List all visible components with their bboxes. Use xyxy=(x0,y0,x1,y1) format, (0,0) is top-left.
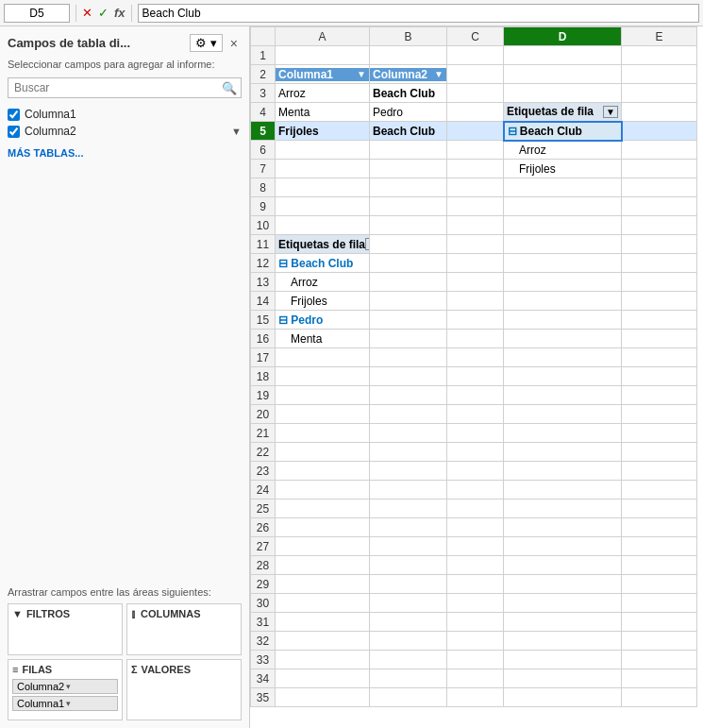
group-expand-icon-12[interactable]: ⊟ xyxy=(278,257,288,270)
cell-A7[interactable] xyxy=(276,160,370,178)
more-tables-link[interactable]: MÁS TABLAS... xyxy=(8,147,242,159)
cell-B13[interactable] xyxy=(370,273,447,292)
row-header-29[interactable]: 29 xyxy=(251,575,276,594)
row-header-4[interactable]: 4 xyxy=(251,103,276,122)
close-panel-button[interactable]: × xyxy=(226,36,242,51)
tbl-header-columna1[interactable]: Columna1 ▼ xyxy=(276,68,369,81)
cell-B14[interactable] xyxy=(370,292,447,311)
cell-D15[interactable] xyxy=(504,311,622,330)
row-header-14[interactable]: 14 xyxy=(251,292,276,311)
row-header-23[interactable]: 23 xyxy=(251,462,276,481)
cell-B5[interactable]: Beach Club xyxy=(370,122,447,141)
cell-E3[interactable] xyxy=(622,84,697,103)
cell-C8[interactable] xyxy=(447,178,504,197)
confirm-icon[interactable]: ✓ xyxy=(98,6,109,20)
cell-A5[interactable]: Frijoles xyxy=(276,122,370,141)
cell-B16[interactable] xyxy=(370,330,447,348)
columnas-area[interactable]: ⫿ COLUMNAS xyxy=(126,603,242,655)
cell-E14[interactable] xyxy=(622,292,697,311)
row-header-26[interactable]: 26 xyxy=(251,518,276,537)
row-header-21[interactable]: 21 xyxy=(251,424,276,443)
cell-A10[interactable] xyxy=(276,216,370,235)
col-header-B[interactable]: B xyxy=(370,27,447,46)
cell-C4[interactable] xyxy=(447,103,504,122)
cell-A11[interactable]: Etiquetas de fila ▼ xyxy=(276,235,370,254)
cell-A15[interactable]: ⊟ Pedro xyxy=(276,311,370,330)
tbl-header-columna2-arrow[interactable]: ▼ xyxy=(434,69,444,79)
filas-item-columna1[interactable]: Columna1 ▾ xyxy=(12,696,118,711)
cell-C15[interactable] xyxy=(447,311,504,330)
cell-E15[interactable] xyxy=(622,311,697,330)
cell-E5[interactable] xyxy=(622,122,697,141)
filas-item-columna2[interactable]: Columna2 ▾ xyxy=(12,679,118,694)
valores-area[interactable]: Σ VALORES xyxy=(126,659,242,720)
field-checkbox-columna2[interactable] xyxy=(8,126,20,138)
row-header-31[interactable]: 31 xyxy=(251,613,276,632)
cell-A14[interactable]: Frijoles xyxy=(276,292,370,311)
cell-E13[interactable] xyxy=(622,273,697,292)
cell-C9[interactable] xyxy=(447,197,504,216)
cell-B12[interactable] xyxy=(370,254,447,273)
cell-D11[interactable] xyxy=(504,235,622,254)
cell-D5[interactable]: ⊟ Beach Club xyxy=(504,122,622,141)
formula-input[interactable] xyxy=(138,4,699,23)
row-header-6[interactable]: 6 xyxy=(251,141,276,160)
row-header-22[interactable]: 22 xyxy=(251,443,276,462)
cell-E11[interactable] xyxy=(622,235,697,254)
cell-A8[interactable] xyxy=(276,178,370,197)
cell-D13[interactable] xyxy=(504,273,622,292)
row-header-3[interactable]: 3 xyxy=(251,84,276,103)
cell-A2[interactable]: Columna1 ▼ xyxy=(276,65,370,84)
cell-A12[interactable]: ⊟ Beach Club xyxy=(276,254,370,273)
row-header-35[interactable]: 35 xyxy=(251,688,276,707)
row-header-13[interactable]: 13 xyxy=(251,273,276,292)
row-header-15[interactable]: 15 xyxy=(251,311,276,330)
row-header-25[interactable]: 25 xyxy=(251,499,276,518)
group-expand-icon-15[interactable]: ⊟ xyxy=(278,313,288,327)
cell-C16[interactable] xyxy=(447,330,504,348)
row-header-10[interactable]: 10 xyxy=(251,216,276,235)
cell-B8[interactable] xyxy=(370,178,447,197)
row-header-34[interactable]: 34 xyxy=(251,669,276,688)
cell-A9[interactable] xyxy=(276,197,370,216)
row-header-19[interactable]: 19 xyxy=(251,386,276,405)
cell-D3[interactable] xyxy=(504,84,622,103)
field-checkbox-columna1[interactable] xyxy=(8,109,20,121)
row-header-8[interactable]: 8 xyxy=(251,178,276,197)
cell-E6[interactable] xyxy=(622,141,697,160)
cell-B2[interactable]: Columna2 ▼ xyxy=(370,65,447,84)
row-header-30[interactable]: 30 xyxy=(251,594,276,613)
search-input[interactable] xyxy=(12,80,222,95)
cell-C11[interactable] xyxy=(447,235,504,254)
cell-C1[interactable] xyxy=(447,46,504,65)
cell-A1[interactable] xyxy=(276,46,370,65)
filas-area[interactable]: ≡ FILAS Columna2 ▾ Columna1 ▾ xyxy=(8,659,123,720)
cell-D1[interactable] xyxy=(504,46,622,65)
cell-D6[interactable]: Arroz xyxy=(504,141,622,160)
row-header-2[interactable]: 2 xyxy=(251,65,276,84)
row-header-27[interactable]: 27 xyxy=(251,537,276,556)
pivot-etiquetas-filter[interactable]: ▼ xyxy=(365,238,369,250)
cell-D7[interactable]: Frijoles xyxy=(504,160,622,178)
cell-D4[interactable]: Etiquetas de fila ▼ xyxy=(504,103,622,122)
row-header-12[interactable]: 12 xyxy=(251,254,276,273)
cell-A13[interactable]: Arroz xyxy=(276,273,370,292)
cell-D9[interactable] xyxy=(504,197,622,216)
cell-B10[interactable] xyxy=(370,216,447,235)
cell-B9[interactable] xyxy=(370,197,447,216)
cell-A4[interactable]: Menta xyxy=(276,103,370,122)
cell-C7[interactable] xyxy=(447,160,504,178)
filtros-area[interactable]: ▼ FILTROS xyxy=(8,603,123,655)
row-header-33[interactable]: 33 xyxy=(251,651,276,669)
cell-B15[interactable] xyxy=(370,311,447,330)
row-header-16[interactable]: 16 xyxy=(251,330,276,348)
cancel-icon[interactable]: ✕ xyxy=(82,6,92,20)
cell-E2[interactable] xyxy=(622,65,697,84)
cell-C2[interactable] xyxy=(447,65,504,84)
cell-E10[interactable] xyxy=(622,216,697,235)
cell-B4[interactable]: Pedro xyxy=(370,103,447,122)
row-header-28[interactable]: 28 xyxy=(251,556,276,575)
cell-B1[interactable] xyxy=(370,46,447,65)
cell-D8[interactable] xyxy=(504,178,622,197)
cell-E7[interactable] xyxy=(622,160,697,178)
